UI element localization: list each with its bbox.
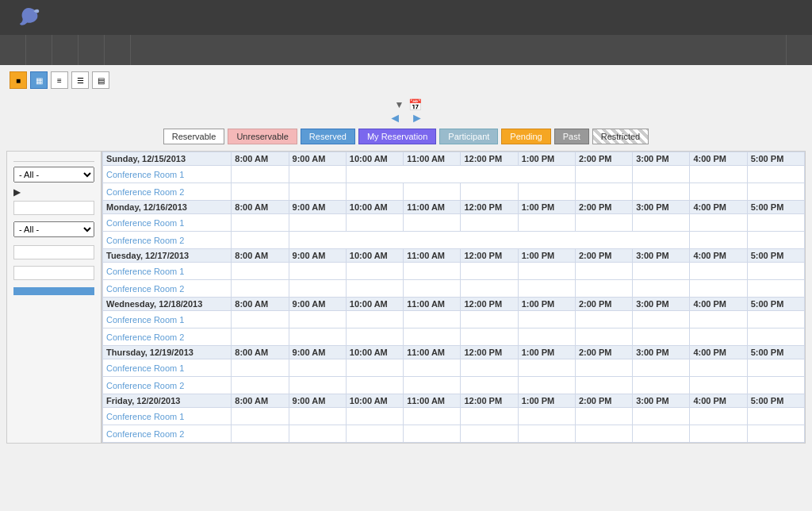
prev-week-arrow[interactable]: ◄ xyxy=(389,111,401,125)
time-slot-cell[interactable] xyxy=(518,377,575,394)
time-slot-cell[interactable] xyxy=(747,166,804,183)
view-btn-week[interactable]: ≡ xyxy=(51,71,68,89)
time-slot-cell[interactable] xyxy=(232,377,289,394)
time-slot-cell[interactable] xyxy=(633,359,690,377)
nav-application-management[interactable] xyxy=(79,35,105,65)
room-name-cell[interactable]: Conference Room 2 xyxy=(103,280,232,298)
time-slot-cell[interactable] xyxy=(575,359,632,377)
time-slot-cell[interactable] xyxy=(518,425,575,443)
time-slot-cell[interactable] xyxy=(575,425,632,443)
legend-my-reservation[interactable]: My Reservation xyxy=(358,129,436,144)
room-name-cell[interactable]: Conference Room 1 xyxy=(103,214,232,232)
time-slot-cell[interactable] xyxy=(690,232,747,249)
time-slot-cell[interactable] xyxy=(690,425,747,443)
view-btn-orange[interactable]: ■ xyxy=(10,71,27,89)
time-slot-cell[interactable] xyxy=(232,263,289,280)
time-slot-cell[interactable] xyxy=(232,166,289,183)
time-slot-cell[interactable] xyxy=(404,280,461,298)
view-btn-month[interactable]: ▦ xyxy=(30,71,48,89)
time-slot-cell[interactable] xyxy=(575,263,632,280)
time-slot-cell[interactable] xyxy=(747,263,804,280)
time-slot-cell[interactable] xyxy=(346,377,403,394)
time-slot-cell[interactable] xyxy=(633,425,690,443)
legend-restricted[interactable]: Restricted xyxy=(592,129,649,144)
time-slot-cell[interactable] xyxy=(690,377,747,394)
time-slot-cell[interactable] xyxy=(461,280,518,298)
time-slot-cell[interactable] xyxy=(690,311,747,328)
room-name-cell[interactable]: Conference Room 2 xyxy=(103,425,232,443)
time-slot-cell[interactable] xyxy=(404,377,461,394)
time-slot-cell[interactable] xyxy=(346,328,403,346)
room-name-cell[interactable]: Conference Room 1 xyxy=(103,311,232,328)
nav-help[interactable] xyxy=(786,35,812,65)
time-slot-cell[interactable] xyxy=(404,214,461,232)
time-slot-cell[interactable] xyxy=(747,214,804,232)
time-slot-cell[interactable] xyxy=(575,183,632,201)
time-slot-cell[interactable] xyxy=(518,214,575,232)
time-slot-cell[interactable] xyxy=(747,280,804,298)
next-week-arrow[interactable]: ► xyxy=(411,111,423,125)
filter-button[interactable] xyxy=(13,287,94,295)
time-slot-cell[interactable] xyxy=(461,408,518,425)
time-slot-cell[interactable] xyxy=(404,425,461,443)
time-slot-cell[interactable] xyxy=(404,328,461,346)
time-slot-cell[interactable] xyxy=(747,311,804,328)
time-slot-cell[interactable] xyxy=(518,280,575,298)
legend-reservable[interactable]: Reservable xyxy=(163,129,225,144)
time-slot-cell[interactable] xyxy=(289,377,346,394)
room-name-cell[interactable]: Conference Room 1 xyxy=(103,263,232,280)
time-slot-cell[interactable] xyxy=(404,183,461,201)
time-slot-cell[interactable] xyxy=(633,328,690,346)
time-slot-cell[interactable] xyxy=(346,183,403,201)
room-name-cell[interactable]: Conference Room 2 xyxy=(103,377,232,394)
time-slot-cell[interactable] xyxy=(575,311,632,328)
time-slot-cell[interactable] xyxy=(747,359,804,377)
time-slot-cell[interactable] xyxy=(690,408,747,425)
time-slot-cell[interactable] xyxy=(747,377,804,394)
time-slot-cell[interactable] xyxy=(747,328,804,346)
time-slot-cell[interactable] xyxy=(633,280,690,298)
time-slot-cell[interactable] xyxy=(232,183,289,201)
time-slot-cell[interactable] xyxy=(575,280,632,298)
time-slot-cell[interactable] xyxy=(575,214,632,232)
time-slot-cell[interactable] xyxy=(747,232,804,249)
time-slot-cell[interactable] xyxy=(232,359,289,377)
expand-icon[interactable]: ▶ xyxy=(13,187,20,198)
resource-type-select[interactable]: - All - xyxy=(13,221,94,237)
time-slot-cell[interactable] xyxy=(461,359,518,377)
nav-reports[interactable] xyxy=(105,35,131,65)
time-slot-cell[interactable] xyxy=(289,311,346,328)
time-slot-cell[interactable] xyxy=(518,263,575,280)
time-slot-cell[interactable] xyxy=(518,183,575,201)
time-slot-cell[interactable] xyxy=(690,183,747,201)
time-slot-cell[interactable] xyxy=(289,359,346,377)
time-slot-cell[interactable] xyxy=(404,263,461,280)
room-name-cell[interactable]: Conference Room 1 xyxy=(103,359,232,377)
time-slot-cell[interactable] xyxy=(232,408,289,425)
time-slot-cell[interactable] xyxy=(289,263,346,280)
time-slot-cell[interactable] xyxy=(346,280,403,298)
time-slot-cell[interactable] xyxy=(575,328,632,346)
time-slot-cell[interactable] xyxy=(232,328,289,346)
view-btn-list[interactable]: ☰ xyxy=(71,71,89,89)
time-slot-cell[interactable] xyxy=(461,377,518,394)
time-slot-cell[interactable] xyxy=(346,425,403,443)
nav-schedule[interactable] xyxy=(52,35,79,65)
time-slot-cell[interactable] xyxy=(289,183,346,201)
room-name-cell[interactable]: Conference Room 1 xyxy=(103,166,232,183)
time-slot-cell[interactable] xyxy=(747,408,804,425)
time-slot-cell[interactable] xyxy=(518,408,575,425)
time-slot-cell[interactable] xyxy=(289,328,346,346)
time-slot-cell[interactable] xyxy=(232,425,289,443)
time-slot-cell[interactable] xyxy=(289,166,346,183)
room-name-cell[interactable]: Conference Room 2 xyxy=(103,232,232,249)
time-slot-cell[interactable] xyxy=(289,280,346,298)
time-slot-cell[interactable] xyxy=(404,359,461,377)
view-btn-small[interactable]: ▤ xyxy=(92,71,109,89)
time-slot-cell[interactable] xyxy=(633,311,690,328)
time-slot-cell[interactable] xyxy=(575,377,632,394)
time-slot-cell[interactable] xyxy=(461,311,518,328)
time-slot-cell[interactable] xyxy=(232,232,289,249)
time-slot-cell[interactable] xyxy=(346,311,403,328)
time-slot-cell[interactable] xyxy=(404,408,461,425)
